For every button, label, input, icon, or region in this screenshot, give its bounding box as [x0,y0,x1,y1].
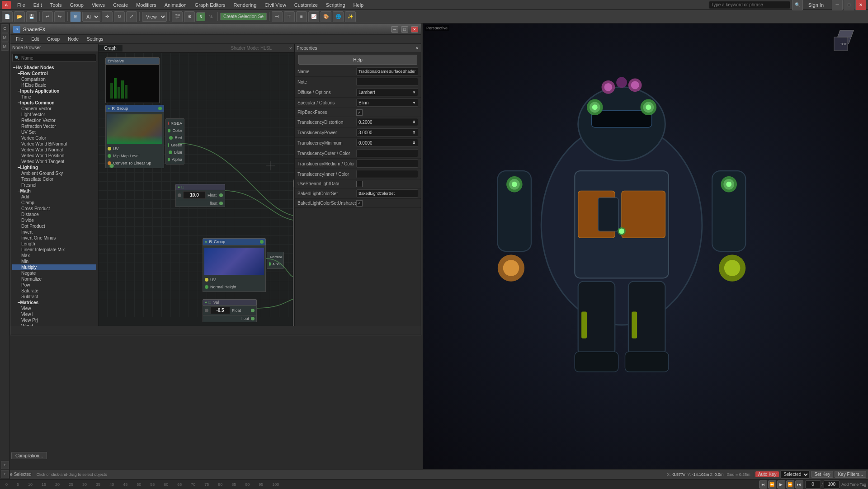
tree-linear-interpolate-mix[interactable]: Linear Interpolate Mix [12,247,96,253]
close-app[interactable]: ✕ [855,0,866,10]
normalmap-out-connector[interactable] [260,240,264,244]
tree-reflection-vector[interactable]: Reflection Vector [12,118,96,123]
menu-group[interactable]: Group [66,1,87,9]
menu-help[interactable]: Help [350,1,368,9]
play-end-btn[interactable]: ⏭ [795,480,803,489]
tree-min[interactable]: Min [12,259,96,264]
tb-mirror[interactable]: ⊣ [272,11,283,22]
tree-add[interactable]: Add [12,194,96,200]
float1-in-dot[interactable] [178,193,181,197]
tree-saturate[interactable]: Saturate [12,288,96,294]
play-prev-btn[interactable]: ⏪ [768,480,776,489]
tab-graph[interactable]: Graph [99,45,123,52]
compilation-tab[interactable]: Compilation... [11,452,47,459]
prop-value-baked-set[interactable]: BakedLightColorSet [356,189,418,197]
frame-end-input[interactable] [824,480,840,489]
float1-float-out[interactable] [219,202,223,205]
menu-views[interactable]: Views [88,1,108,9]
tree-refraction-vector[interactable]: Refraction Vector [12,123,96,129]
sign-in[interactable]: Sign In [805,1,827,9]
tree-negate[interactable]: Negate [12,270,96,276]
menu-rendering[interactable]: Rendering [230,1,260,9]
tree-vertex-world-position[interactable]: Vertex World Position [12,153,96,159]
tree-invert-one-minus[interactable]: Invert One Minus [12,235,96,241]
tree-view[interactable]: View [12,306,96,311]
menu-create[interactable]: Create [109,1,132,9]
left-icon-4[interactable]: + [1,461,9,469]
sfx-menu-settings[interactable]: Settings [83,36,107,42]
tree-view-prj[interactable]: View Prj [12,317,96,323]
tb-render-frame[interactable]: 🎬 [172,11,183,22]
tree-vertex-color[interactable]: Vertex Color [12,135,96,141]
prop-value-trans-min[interactable]: 0.0000 ⬍ [356,139,418,147]
play-start-btn[interactable]: ⏮ [759,480,767,489]
prop-value-trans-dist[interactable]: 0.2000 ⬍ [356,118,418,126]
tree-normalize[interactable]: Normalize [12,276,96,282]
tb-move[interactable]: ✛ [102,11,113,22]
val-out-dot[interactable] [251,309,255,312]
val-node[interactable]: ● □ Val -0.5 Float float [203,299,257,322]
prop-checkbox-stream-light[interactable] [356,181,363,187]
prop-value-trans-outer[interactable] [356,149,418,157]
tb-active-renderer[interactable]: 3 [196,12,205,21]
menu-civil-view[interactable]: Civil View [261,1,289,9]
maximize-app[interactable]: □ [844,0,854,10]
normalmap-node[interactable]: ● R Group UV Normal Height [203,238,266,292]
left-icon-2[interactable]: M [1,33,9,42]
viewport-nav-cube[interactable]: TOP [832,28,859,55]
tree-pow[interactable]: Pow [12,282,96,288]
emissive-node[interactable]: Emissive [105,57,160,103]
tree-tessellate-color[interactable]: Tessellate Color [12,176,96,182]
tb-layer[interactable]: ≡ [296,11,307,22]
tree-if-else-basic[interactable]: If Else Basic [12,82,96,88]
tb-open[interactable]: 📂 [14,11,25,22]
menu-edit[interactable]: Edit [30,1,46,9]
sfx-menu-file[interactable]: File [12,36,27,42]
menu-animation[interactable]: Animation [161,1,190,9]
val-float-out[interactable] [251,317,255,320]
graph-tab-close[interactable]: ✕ [287,45,294,52]
prop-value-trans-power[interactable]: 3.0000 ⬍ [356,128,418,136]
node-search-field[interactable]: 🔍 [12,54,96,62]
menu-scripting[interactable]: Scripting [322,1,349,9]
tree-camera-vector[interactable]: Camera Vector [12,106,96,112]
tb-rotate[interactable]: ↻ [114,11,125,22]
node-search-input[interactable] [21,56,94,61]
tb-new[interactable]: 📄 [2,11,13,22]
left-icon-5[interactable]: + [1,470,9,478]
float1-value[interactable]: 10.0 [183,191,206,199]
tree-view-i[interactable]: View I [12,311,96,317]
prop-value-note[interactable] [356,78,418,86]
graph-canvas[interactable]: Emissive [99,53,294,317]
tb-scale[interactable]: ⤢ [126,11,137,22]
prop-value-trans-inner[interactable] [356,170,418,178]
add-time-tag-btn[interactable]: Add Time Tag [841,482,866,487]
props-close[interactable]: ✕ [415,46,419,51]
tree-fresnel[interactable]: Fresnel [12,182,96,188]
tree-invert[interactable]: Invert [12,229,96,235]
tree-divide[interactable]: Divide [12,217,96,223]
tree-vertex-world-binormal[interactable]: Vertex World BiNormal [12,141,96,147]
group1-out-connector[interactable] [158,107,162,110]
prop-checkbox-flipback[interactable] [356,109,363,116]
tree-uv-set[interactable]: UV Set [12,129,96,135]
minimize-app[interactable]: ─ [832,0,843,10]
tree-cross-product[interactable]: Cross Product [12,206,96,212]
tree-world[interactable]: World [12,323,96,326]
view-dropdown[interactable]: View [142,12,167,22]
left-icon-1[interactable]: C [1,24,9,33]
tb-select[interactable]: ⊞ [70,11,81,22]
auto-key-btn[interactable]: Auto Key [755,471,779,477]
menu-file[interactable]: File [14,1,29,9]
viewport-3d[interactable]: Perspective TOP [423,24,868,479]
tb-align[interactable]: ⊤ [284,11,295,22]
play-btn[interactable]: ▶ [777,480,785,489]
tree-distance[interactable]: Distance [12,212,96,217]
left-icon-3[interactable]: M [1,42,9,51]
sfx-menu-group[interactable]: Group [43,36,63,42]
tree-dot-product[interactable]: Dot Product [12,223,96,229]
tree-light-vector[interactable]: Light Vector [12,112,96,118]
key-filters-btn[interactable]: Key Filters... [835,471,866,478]
set-key-btn[interactable]: Set Key [811,471,833,478]
val-in-dot[interactable] [205,309,208,312]
